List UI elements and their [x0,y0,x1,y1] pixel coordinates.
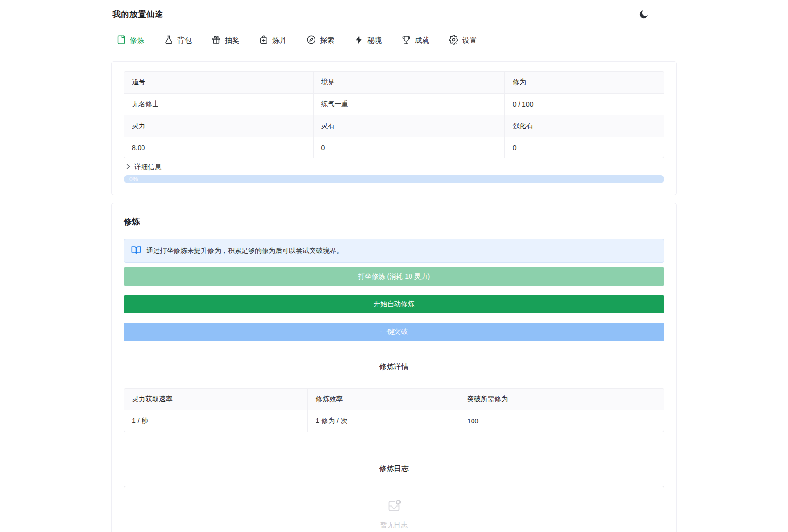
cultivation-log-empty: 暂无日志 [124,486,664,532]
detail-header-gain-rate: 灵力获取速率 [124,388,307,410]
detail-value-efficiency: 1 修为 / 次 [307,410,458,432]
table-row: 灵力 灵石 强化石 [124,115,664,137]
table-row: 1 / 秒 1 修为 / 次 100 [124,410,664,432]
tab-lottery[interactable]: 抽奖 [211,35,239,46]
stat-value-spirit-power: 8.00 [124,137,313,158]
tab-label: 背包 [177,36,192,45]
main-tabs: 修炼 背包 抽奖 炼丹 [111,31,677,50]
stat-header-dao-name: 道号 [124,71,313,93]
stat-value-realm: 练气一重 [313,93,504,115]
tab-alchemy[interactable]: 炼丹 [259,35,287,46]
tab-label: 设置 [462,36,477,45]
detail-value-gain-rate: 1 / 秒 [124,410,307,432]
journal-icon [116,35,126,46]
app-header: 我的放置仙途 修炼 背包 [0,0,788,50]
progress-label: 0% [124,176,138,183]
gift-icon [211,35,221,46]
chevron-right-icon [125,163,132,172]
tab-label: 抽奖 [225,36,239,45]
tab-backpack[interactable]: 背包 [164,35,192,46]
cultivation-details-divider: 修炼详情 [124,362,664,372]
stat-header-spirit-stones: 灵石 [313,115,504,137]
cultivation-log-divider: 修炼日志 [124,464,664,473]
detail-header-breakthrough-req: 突破所需修为 [459,388,664,410]
stat-value-spirit-stones: 0 [313,137,504,158]
medicine-bag-icon [259,35,268,46]
moon-icon [638,14,649,22]
stat-value-cultivation: 0 / 100 [504,93,664,115]
empty-log-text: 暂无日志 [380,521,408,530]
stat-header-realm: 境界 [313,71,504,93]
detail-header-efficiency: 修炼效率 [307,388,458,410]
tab-label: 探索 [320,36,334,45]
meditate-button[interactable]: 打坐修炼 (消耗 10 灵力) [124,267,664,286]
character-stats-card: 道号 境界 修为 无名修士 练气一重 0 / 100 灵力 灵石 强化石 8.0… [111,61,677,195]
table-row: 8.00 0 0 [124,137,664,158]
compass-icon [306,35,316,46]
character-stats-table: 道号 境界 修为 无名修士 练气一重 0 / 100 灵力 灵石 强化石 8.0… [124,71,664,158]
theme-toggle-button[interactable] [638,9,649,20]
tab-secret-realm[interactable]: 秘境 [354,35,382,46]
tab-explore[interactable]: 探索 [306,35,334,46]
book-open-icon [131,245,142,257]
table-row: 灵力获取速率 修炼效率 突破所需修为 [124,388,664,410]
tab-label: 修炼 [130,36,144,45]
details-toggle[interactable]: 详细信息 [125,163,664,172]
tab-achievements[interactable]: 成就 [401,35,429,46]
lightning-icon [354,35,363,46]
gear-icon [449,35,458,46]
cultivation-progress-bar: 0% [124,175,664,183]
auto-cultivate-button[interactable]: 开始自动修炼 [124,295,664,313]
stat-value-dao-name: 无名修士 [124,93,313,115]
flask-icon [164,35,173,46]
tab-cultivation[interactable]: 修炼 [116,35,144,46]
stat-value-enhance-stones: 0 [504,137,664,158]
table-row: 无名修士 练气一重 0 / 100 [124,93,664,115]
detail-value-breakthrough-req: 100 [459,410,664,432]
cultivation-details-table: 灵力获取速率 修炼效率 突破所需修为 1 / 秒 1 修为 / 次 100 [124,388,664,432]
breakthrough-button[interactable]: 一键突破 [124,323,664,341]
cultivation-card: 修炼 通过打坐修炼来提升修为，积累足够的修为后可以尝试突破境界。 打坐修炼 (消… [111,203,677,532]
trophy-icon [401,35,411,46]
stat-header-spirit-power: 灵力 [124,115,313,137]
table-row: 道号 境界 修为 [124,71,664,93]
tab-label: 秘境 [367,36,382,45]
tab-label: 炼丹 [272,36,287,45]
tab-label: 成就 [415,36,429,45]
divider-label: 修炼日志 [379,464,409,473]
card-title: 修炼 [124,216,664,227]
cultivation-info-alert: 通过打坐修炼来提升修为，积累足够的修为后可以尝试突破境界。 [124,239,664,263]
empty-inbox-icon [385,497,403,516]
details-toggle-label: 详细信息 [134,163,161,172]
tab-settings[interactable]: 设置 [449,35,477,46]
stat-header-enhance-stones: 强化石 [504,115,664,137]
page-title: 我的放置仙途 [111,9,677,20]
divider-label: 修炼详情 [379,362,409,372]
alert-text: 通过打坐修炼来提升修为，积累足够的修为后可以尝试突破境界。 [146,247,343,255]
stat-header-cultivation: 修为 [504,71,664,93]
